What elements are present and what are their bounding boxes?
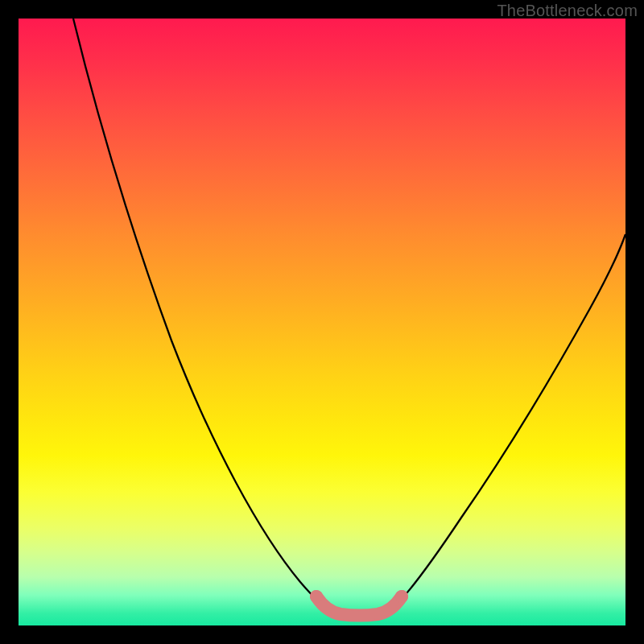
chart-frame: TheBottleneck.com [0, 0, 644, 644]
curve-svg [19, 19, 625, 625]
curve-left [73, 19, 331, 610]
marker-dot-right [395, 590, 408, 603]
bottom-marker [316, 597, 402, 616]
curve-right [390, 234, 625, 610]
plot-area [19, 19, 625, 625]
watermark-text: TheBottleneck.com [497, 2, 638, 20]
marker-dot-left [310, 590, 323, 603]
